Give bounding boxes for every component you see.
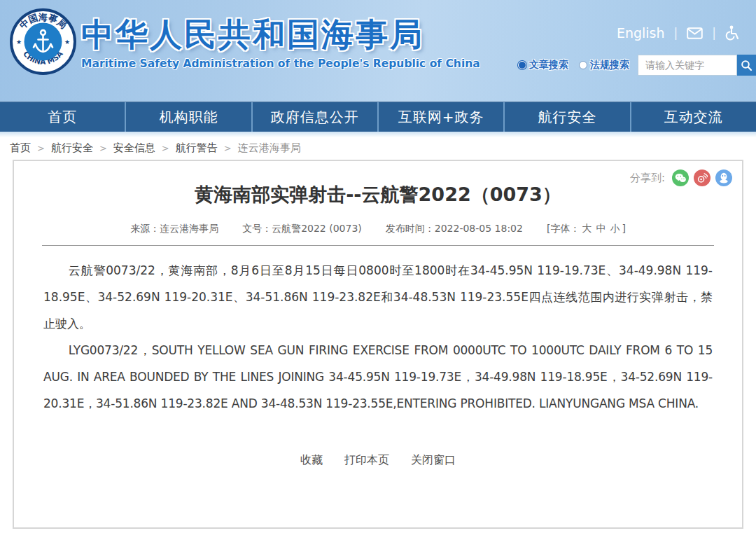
breadcrumb-separator: > <box>224 143 232 153</box>
breadcrumb-navigation-safety[interactable]: 航行安全 <box>51 141 93 155</box>
breadcrumb-lianyungang-msa: 连云港海事局 <box>238 141 301 155</box>
radio-law-label: 法规搜索 <box>590 59 629 71</box>
meta-divider <box>42 245 714 246</box>
breadcrumb-separator: > <box>37 143 45 153</box>
wechat-share-icon[interactable] <box>672 169 689 186</box>
breadcrumb-nav-warning[interactable]: 航行警告 <box>176 141 218 155</box>
share-row: 分享到: <box>630 169 732 186</box>
font-size-large[interactable]: 大 <box>582 223 592 234</box>
font-control-prefix: [字体： <box>547 223 580 234</box>
article-meta: 来源：连云港海事局 文号：云航警2022 (0073) 发布时间：2022-08… <box>14 223 742 235</box>
radio-unselected-icon <box>579 61 587 69</box>
search-icon <box>741 60 752 71</box>
search-scope-radios: 文章搜索 法规搜索 <box>518 59 629 71</box>
logo-star-right: ★ <box>64 39 70 46</box>
article-footer-links: 收藏 打印本页 关闭窗口 <box>14 453 742 468</box>
font-size-medium[interactable]: 中 <box>596 223 606 234</box>
meta-time-label: 发布时间： <box>386 223 435 234</box>
nav-item-internet-gov[interactable]: 互联网+政务 <box>377 102 503 132</box>
weibo-share-icon[interactable] <box>694 169 710 186</box>
paragraph-english: LYG0073/22，SOUTH YELLOW SEA GUN FIRING E… <box>43 337 713 417</box>
utility-separator: | <box>674 26 678 40</box>
site-header: 中国海事局 CHINA MSA ★ ★ 中华人民共和国海事局 Maritime … <box>0 0 756 102</box>
nav-item-gov-info[interactable]: 政府信息公开 <box>251 102 377 132</box>
favorite-link[interactable]: 收藏 <box>300 453 323 466</box>
msa-logo[interactable]: 中国海事局 CHINA MSA ★ ★ <box>9 8 77 76</box>
font-size-small[interactable]: 小 <box>610 223 620 234</box>
nav-item-interaction[interactable]: 互动交流 <box>630 102 756 132</box>
search-input[interactable] <box>638 55 737 76</box>
search-button[interactable] <box>737 55 756 76</box>
meta-time-value: 2022-08-05 18:02 <box>435 223 523 234</box>
site-title-block: 中华人民共和国海事局 Maritime Safety Administratio… <box>81 17 480 70</box>
meta-source: 来源：连云港海事局 <box>130 223 218 235</box>
paragraph-chinese: 云航警0073/22，黄海南部，8月6日至8月15日每日0800时至1800时在… <box>43 257 713 337</box>
breadcrumb-home[interactable]: 首页 <box>10 141 31 155</box>
site-title: 中华人民共和国海事局 <box>81 17 480 53</box>
header-utility-bar: English | | <box>617 25 739 41</box>
share-label: 分享到: <box>630 172 665 185</box>
font-control-suffix: ] <box>622 223 625 234</box>
breadcrumb-separator: > <box>99 143 107 153</box>
nav-bottom-strip <box>0 132 756 137</box>
accessibility-icon[interactable] <box>725 25 739 41</box>
utility-separator: | <box>712 26 716 40</box>
nav-item-functions[interactable]: 机构职能 <box>125 102 251 132</box>
main-nav: 首页 机构职能 政府信息公开 互联网+政务 航行安全 互动交流 <box>0 102 756 132</box>
site-subtitle: Maritime Safety Administration of the Pe… <box>81 57 480 70</box>
radio-article-label: 文章搜索 <box>529 59 568 71</box>
english-link[interactable]: English <box>617 25 665 41</box>
meta-publish-time: 发布时间：2022-08-05 18:02 <box>386 223 523 235</box>
breadcrumb: 首页 > 航行安全 > 安全信息 > 航行警告 > 连云港海事局 <box>0 137 756 158</box>
nav-item-navigation-safety[interactable]: 航行安全 <box>503 102 629 132</box>
radio-law-search[interactable]: 法规搜索 <box>579 59 629 71</box>
meta-doc-number: 文号：云航警2022 (0073) <box>242 223 362 235</box>
msa-logo-emblem: 中国海事局 CHINA MSA ★ ★ <box>9 8 77 76</box>
print-page-link[interactable]: 打印本页 <box>344 453 389 466</box>
radio-article-search[interactable]: 文章搜索 <box>518 59 568 71</box>
article-title: 黄海南部实弹射击--云航警2022（0073） <box>63 182 693 207</box>
meta-source-label: 来源： <box>130 223 160 234</box>
radio-selected-icon <box>518 61 526 69</box>
meta-docno-value: 云航警2022 (0073) <box>272 223 362 234</box>
qq-share-icon[interactable] <box>715 169 732 186</box>
meta-docno-label: 文号： <box>242 223 272 234</box>
logo-star-left: ★ <box>16 39 22 46</box>
breadcrumb-separator: > <box>162 143 169 153</box>
article-body: 云航警0073/22，黄海南部，8月6日至8月15日每日0800时至1800时在… <box>43 257 713 417</box>
header-search-bar: 文章搜索 法规搜索 <box>518 55 756 76</box>
article-panel: 分享到: <box>13 160 743 529</box>
breadcrumb-safety-info[interactable]: 安全信息 <box>113 141 155 155</box>
close-window-link[interactable]: 关闭窗口 <box>411 453 456 466</box>
mail-icon[interactable] <box>687 27 703 39</box>
meta-source-value: 连云港海事局 <box>160 223 218 234</box>
nav-item-home[interactable]: 首页 <box>0 102 125 132</box>
font-size-control: [字体：大中小] <box>547 223 626 235</box>
